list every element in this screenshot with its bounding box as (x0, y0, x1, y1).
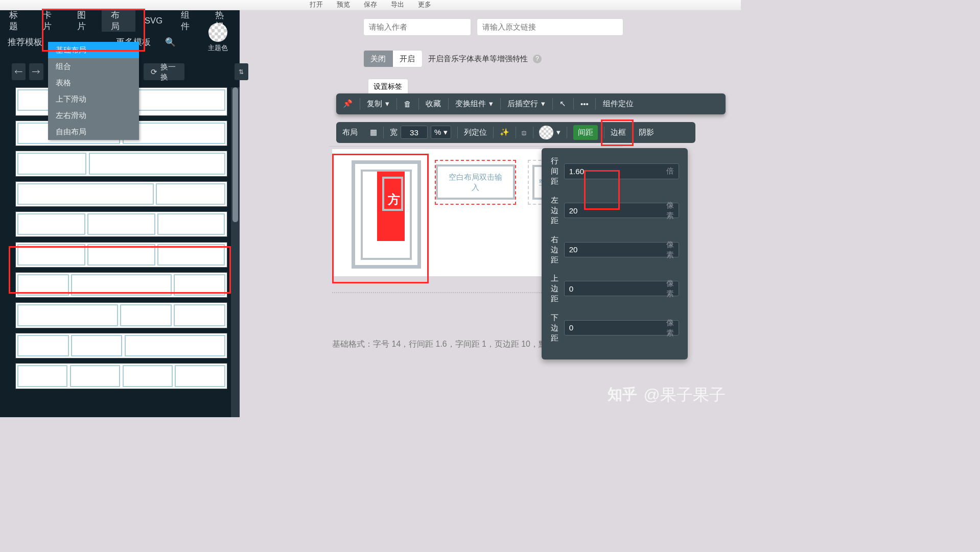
column-position-button[interactable]: 列定位 (458, 122, 493, 143)
layout-template-3col-d[interactable] (15, 302, 227, 328)
nav-forward-button[interactable]: 🡒 (29, 63, 43, 80)
pct-label: % (434, 128, 441, 136)
dropdown-vscroll[interactable]: 上下滑动 (48, 91, 139, 107)
tab-image[interactable]: 图片 (67, 10, 101, 32)
search-icon[interactable]: 🔍 (165, 37, 176, 47)
swap-label: 换一换 (160, 62, 177, 82)
spacing-button[interactable]: 间距 (567, 122, 604, 143)
bg-pattern-button[interactable]: ▾ (533, 122, 566, 143)
top-margin-unit: 像素 (666, 278, 674, 299)
layout-template-2col-c[interactable] (15, 181, 227, 207)
meta-inputs (363, 18, 624, 35)
top-margin-label: 上边距 (551, 273, 558, 304)
layout-label: 布局 (336, 122, 364, 143)
copy-label: 复制 (367, 99, 382, 109)
align-icon[interactable]: ⎅ (516, 122, 532, 143)
left-margin-unit: 像素 (666, 200, 674, 221)
tab-svg[interactable]: SVG (135, 10, 172, 32)
insert-label: 后插空行 (507, 99, 538, 109)
line-spacing-label: 行间距 (551, 156, 558, 186)
dropdown-table[interactable]: 表格 (48, 75, 139, 91)
scrollbar-thumb[interactable] (232, 87, 238, 223)
layout-template-3col[interactable] (15, 211, 227, 237)
menu-more[interactable]: 更多 (418, 1, 431, 9)
tab-card[interactable]: 卡片 (34, 10, 67, 32)
menu-export[interactable]: 导出 (391, 1, 404, 9)
sourcelink-input[interactable] (477, 18, 623, 35)
dropdown-hscroll[interactable]: 左右滑动 (48, 107, 139, 124)
theme-color[interactable]: 主题色 (208, 23, 228, 53)
right-margin-input[interactable] (569, 245, 666, 254)
locate-button[interactable]: 组件定位 (596, 93, 640, 114)
insert-blank-button[interactable]: 后插空行▾ (501, 93, 552, 114)
author-input[interactable] (363, 18, 472, 35)
menu-preview[interactable]: 预览 (337, 1, 350, 9)
category-tabs: 标题 卡片 图片 布局 SVG 组件 热门 (0, 10, 240, 32)
chevron-down-icon: ▾ (541, 99, 545, 108)
favorite-button[interactable]: 收藏 (419, 93, 448, 114)
cursor-icon[interactable]: ↖ (552, 93, 573, 114)
toggle-off-button[interactable]: 关闭 (364, 51, 393, 67)
width-input[interactable] (401, 126, 428, 139)
tab-component[interactable]: 组件 (172, 10, 205, 32)
toggle-on-button[interactable]: 开启 (393, 51, 422, 67)
menu-save[interactable]: 保存 (364, 1, 377, 9)
pin-icon[interactable]: 📌 (336, 93, 360, 114)
trash-icon: 🗑 (404, 100, 411, 108)
help-icon[interactable]: ? (533, 55, 542, 63)
menu-open[interactable]: 打开 (310, 1, 323, 9)
blank-layout-slot-1[interactable]: 空白布局双击输入 (435, 160, 516, 205)
layout-template-2col-b[interactable] (15, 151, 227, 176)
layout-template-4col[interactable] (15, 363, 227, 389)
transform-button[interactable]: 变换组件▾ (449, 93, 500, 114)
left-panel: 标题 卡片 图片 布局 SVG 组件 热门 主题色 推荐模板 更多模板 🔍 基础… (0, 10, 240, 418)
blank-layout-text: 空白布局双击输入 (436, 164, 515, 200)
dropdown-free[interactable]: 自由布局 (48, 124, 139, 140)
format-footer-text: 基础格式：字号 14，行间距 1.6，字间距 1，页边距 10，默认图 (332, 339, 563, 350)
enhance-toggle-label: 开启音乐字体表单等增强特性 (428, 54, 528, 64)
bottom-margin-unit: 像素 (666, 318, 674, 338)
top-margin-input[interactable] (569, 284, 666, 293)
width-label: 宽 (390, 127, 398, 137)
swap-button[interactable]: ⟳换一换 (144, 63, 184, 80)
spacing-label: 间距 (573, 125, 598, 140)
app-top-menu: 打开 预览 保存 导出 更多 (0, 0, 741, 10)
tab-recommend[interactable]: 推荐模板 (0, 37, 50, 48)
sparkle-icon[interactable]: ✨ (493, 122, 515, 143)
layout-dropdown: 基础布局 组合 表格 上下滑动 左右滑动 自由布局 (48, 42, 139, 140)
layout-template-3col-e[interactable] (15, 333, 227, 358)
theme-color-label: 主题色 (208, 44, 228, 53)
layout-template-3col-b[interactable] (15, 242, 227, 268)
shadow-button[interactable]: 阴影 (633, 122, 660, 143)
border-button[interactable]: 边框 (604, 122, 632, 143)
columns-icon[interactable]: ▦ (364, 122, 383, 143)
dropdown-basic-layout[interactable]: 基础布局 (48, 42, 139, 58)
line-spacing-unit: 倍 (666, 166, 674, 176)
dropdown-combo[interactable]: 组合 (48, 58, 139, 75)
enhance-toggle-row: 关闭 开启 开启音乐字体表单等增强特性 ? (363, 50, 542, 67)
layout-toolbar: 布局 ▦ 宽 % ▾ 列定位 ✨ ⎅ ▾ 间距 边框 阴影 (336, 122, 695, 143)
delete-button[interactable]: 🗑 (397, 93, 418, 114)
line-spacing-input[interactable] (569, 167, 666, 176)
bottom-margin-input[interactable] (569, 323, 666, 332)
width-unit-button[interactable]: % ▾ (431, 126, 451, 139)
left-margin-input[interactable] (569, 206, 666, 215)
chevron-down-icon: ▾ (489, 99, 493, 108)
chevron-down-icon: ▾ (385, 99, 389, 108)
more-menu-icon[interactable]: ••• (573, 93, 595, 114)
copy-button[interactable]: 复制▾ (360, 93, 396, 114)
transform-label: 变换组件 (455, 99, 486, 109)
set-tag-button[interactable]: 设置标签 (368, 79, 408, 94)
tab-layout[interactable]: 布局 (102, 10, 135, 32)
right-margin-unit: 像素 (666, 239, 674, 260)
watermark: 知乎 @果子果子 (608, 384, 725, 406)
watermark-author: @果子果子 (644, 384, 726, 406)
theme-color-swatch (208, 23, 227, 41)
spacing-panel: 行间距 倍 左边距 像素 右边距 像素 上边距 像素 下边距 像素 (542, 148, 688, 359)
layout-template-3col-c[interactable] (15, 272, 227, 298)
tab-title[interactable]: 标题 (0, 10, 34, 32)
editor-area: 关闭 开启 开启音乐字体表单等增强特性 ? 设置标签 📌 复制▾ 🗑 收藏 变换… (240, 10, 741, 418)
width-section: 宽 % ▾ (384, 122, 457, 143)
red-block-text: 方 (388, 191, 400, 208)
nav-back-button[interactable]: 🡐 (12, 63, 26, 80)
